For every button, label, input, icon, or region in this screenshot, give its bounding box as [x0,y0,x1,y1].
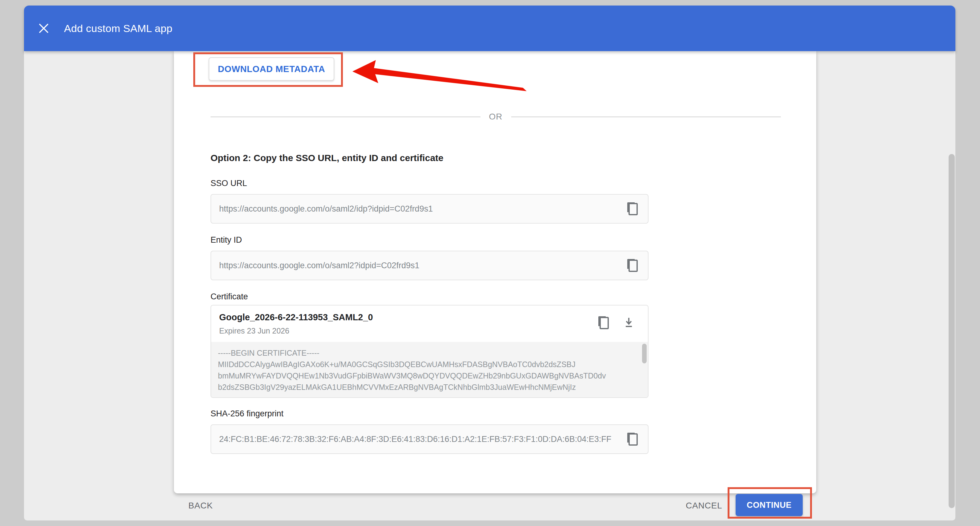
download-metadata-button[interactable]: DOWNLOAD METADATA [209,57,334,81]
certificate-scrollbar-thumb[interactable] [642,344,647,363]
divider-line-left [210,116,480,117]
close-icon [38,23,49,34]
sha256-copy-button[interactable] [625,430,641,448]
back-button[interactable]: BACK [188,501,213,511]
copy-icon [627,433,638,446]
copy-icon [627,202,638,215]
close-button[interactable] [38,22,50,35]
dialog-header: Add custom SAML app [24,6,955,51]
entity-id-label: Entity ID [210,235,242,245]
certificate-body-line: -----BEGIN CERTIFICATE----- [218,347,636,359]
certificate-copy-button[interactable] [596,314,612,332]
sso-url-value: https://accounts.google.com/o/saml2/idp?… [219,204,625,214]
screen: Add custom SAML app DOWNLOAD METADATA OR… [0,0,980,526]
annotation-arrow [351,54,529,97]
sha256-field: 24:FC:B1:BE:46:72:78:3B:32:F6:AB:A4:8F:3… [210,424,649,454]
certificate-body[interactable]: -----BEGIN CERTIFICATE----- MIIDdDCCAlyg… [211,342,648,398]
certificate-expiry: Expires 23 Jun 2026 [219,327,290,335]
sha256-value: 24:FC:B1:BE:46:72:78:3B:32:F6:AB:A4:8F:3… [219,435,625,444]
page-scrollbar-thumb[interactable] [948,154,955,508]
download-icon [624,317,634,329]
dialog-title: Add custom SAML app [64,22,172,35]
cancel-button[interactable]: CANCEL [686,501,722,511]
divider-line-right [511,116,781,117]
sha256-label: SHA-256 fingerprint [210,409,283,419]
or-label: OR [480,112,511,122]
sso-url-copy-button[interactable] [625,200,641,217]
certificate-body-line: MIIDdDCCAlygAwIBAgIGAXo6K+u/MA0GCSqGSIb3… [218,359,636,370]
certificate-label: Certificate [210,292,248,301]
certificate-name: Google_2026-6-22-113953_SAML2_0 [219,312,373,322]
certificate-header: Google_2026-6-22-113953_SAML2_0 Expires … [211,306,648,342]
certificate-box: Google_2026-6-22-113953_SAML2_0 Expires … [210,305,649,398]
or-divider: OR [210,112,781,122]
certificate-download-button[interactable] [621,314,637,332]
copy-icon [627,259,638,272]
certificate-body-line: bmMuMRYwFAYDVQQHEw1Nb3VudGFpbiBWaWV3MQ8w… [218,370,636,382]
option2-heading: Option 2: Copy the SSO URL, entity ID an… [210,153,444,163]
entity-id-value: https://accounts.google.com/o/saml2?idpi… [219,261,625,270]
continue-button[interactable]: CONTINUE [736,494,803,516]
sso-url-label: SSO URL [210,179,247,188]
certificate-body-line: b2dsZSBGb3IgV29yazELMAkGA1UEBhMCVVMxEzAR… [218,382,636,393]
copy-icon [598,316,609,329]
entity-id-copy-button[interactable] [625,257,641,274]
entity-id-field: https://accounts.google.com/o/saml2?idpi… [210,251,649,280]
sso-url-field: https://accounts.google.com/o/saml2/idp?… [210,194,649,223]
